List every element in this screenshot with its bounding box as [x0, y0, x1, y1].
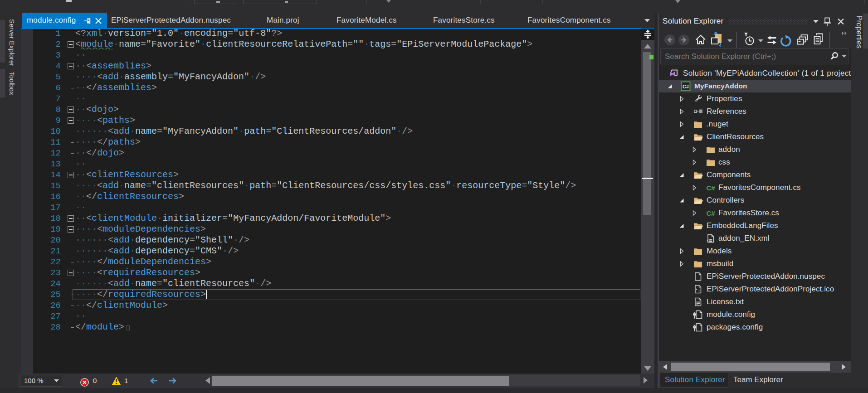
svg-text:C#: C# — [706, 184, 715, 192]
svg-text:C#: C# — [683, 84, 689, 89]
svg-text:C#: C# — [706, 209, 715, 217]
